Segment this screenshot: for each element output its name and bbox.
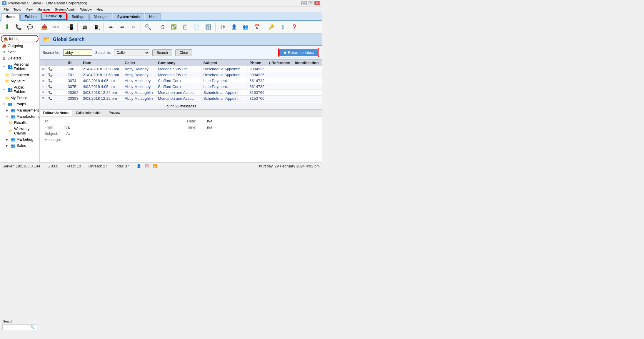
- table-row[interactable]: ✉ 📞 3074 4/02/2018 4:05 pm Abby Mckinney…: [40, 78, 322, 84]
- report-toolbar-button[interactable]: 📋: [180, 22, 191, 32]
- contacts-toolbar-button[interactable]: 👥: [240, 22, 251, 32]
- mobile-toolbar-button[interactable]: 📱▼: [91, 22, 101, 32]
- sidebar-item-recalls[interactable]: 📁 Recalls: [0, 119, 39, 126]
- menu-file[interactable]: File: [1, 7, 11, 12]
- help-toolbar-button[interactable]: ❓: [289, 22, 300, 32]
- sidebar-item-deleted[interactable]: 🗑 Deleted: [0, 55, 39, 61]
- calc-toolbar-button[interactable]: 🔢: [203, 22, 213, 32]
- forward-toolbar-button[interactable]: 📤: [39, 22, 50, 32]
- receive-toolbar-button[interactable]: ⬅: [117, 22, 127, 32]
- col-phone[interactable]: Phone: [248, 60, 267, 66]
- tab-manager[interactable]: Manager: [89, 13, 112, 20]
- row-flag-icon: [60, 90, 66, 96]
- menu-tools[interactable]: Tools: [11, 7, 24, 12]
- tab-settings[interactable]: Settings: [67, 13, 89, 20]
- fax-toolbar-button[interactable]: 📠: [79, 22, 90, 32]
- menu-window[interactable]: Window: [78, 7, 94, 12]
- row-subject: Schedule an Appoint...: [201, 90, 248, 96]
- sales-toggle-icon: ▶: [5, 144, 9, 148]
- tab-followup[interactable]: Follow Up: [41, 12, 66, 20]
- row-flag-icon: [60, 78, 66, 84]
- preview-right: Date: n/a Time: n/a: [181, 119, 317, 160]
- table-row[interactable]: ✉ 📞 700 21/04/2018 11:58 am Abby Delaney…: [40, 66, 322, 72]
- search-in-select[interactable]: Caller Company Subject Phone All: [114, 49, 149, 56]
- col-company[interactable]: Company: [156, 60, 201, 66]
- search-button[interactable]: Search: [152, 49, 172, 56]
- col-subject[interactable]: Subject: [201, 60, 248, 66]
- sidebar-item-inbox[interactable]: 📥 Inbox: [1, 35, 39, 42]
- table-row[interactable]: ✉ 📞 20392 3/03/2018 12:22 pm Abby Mclaug…: [40, 90, 322, 96]
- row-caller: Abby Delaney: [123, 66, 156, 72]
- sidebar-item-sent[interactable]: ⬆ Sent: [0, 49, 39, 55]
- col-icon4: [60, 60, 66, 66]
- public-folders-toggle-icon: ▼: [2, 87, 6, 92]
- check-toolbar-button[interactable]: ✅: [168, 22, 179, 32]
- sidebar-item-personal-folders[interactable]: ▼ 👥 Personal Folders: [0, 61, 39, 72]
- preview-from-field: From: n/a: [44, 125, 181, 129]
- return-to-inbox-button[interactable]: ◀ Return to Inbox: [279, 49, 318, 56]
- status-read: Read: 10: [62, 164, 81, 168]
- maximize-button[interactable]: □: [308, 1, 313, 5]
- user-toolbar-button[interactable]: 👤: [229, 22, 239, 32]
- tab-help[interactable]: Help: [145, 13, 161, 20]
- row-phone: 8153766: [248, 90, 267, 96]
- sidebar-item-my-stuff[interactable]: 📁 My Stuff: [0, 78, 39, 84]
- table-row[interactable]: ✉ 📞 20393 3/03/2018 12:22 pm Abby Mclaug…: [40, 96, 322, 102]
- calendar-toolbar-button[interactable]: 📅: [252, 22, 262, 32]
- phone-toolbar-button[interactable]: 📞: [13, 22, 24, 32]
- send-toolbar-button[interactable]: ➡: [105, 22, 116, 32]
- callback-toolbar-button[interactable]: 📲: [65, 22, 76, 32]
- tab-home[interactable]: Home: [1, 13, 20, 21]
- search-toolbar-button[interactable]: 🔍: [143, 22, 153, 32]
- sidebar-item-marketing[interactable]: ▶ 👥 Marketing: [0, 136, 39, 142]
- sidebar-item-public-folders[interactable]: ▼ 👥 Public Folders: [0, 84, 39, 95]
- menu-manager[interactable]: Manager: [35, 7, 52, 12]
- sidebar-item-groups[interactable]: ▼ 👥 Groups: [0, 101, 39, 107]
- table-row[interactable]: ✉ 📞 701 21/04/2018 11:58 am Abby Delaney…: [40, 72, 322, 78]
- row-phone-icon: 📞: [46, 72, 54, 78]
- tab-sysadmin[interactable]: System Admin: [113, 13, 144, 20]
- row-check-icon: [54, 84, 60, 90]
- sidebar-item-completed[interactable]: 📁 Completed: [0, 72, 39, 78]
- col-caller[interactable]: Caller: [123, 60, 156, 66]
- completed-icon: 📁: [5, 73, 9, 77]
- message-toolbar-button[interactable]: 💬: [25, 22, 35, 32]
- preview-tab-followup[interactable]: Follow Up Notes: [40, 110, 72, 116]
- print-toolbar-button[interactable]: 🖨: [157, 22, 168, 32]
- col-reference[interactable]: ( Reference: [267, 60, 293, 66]
- sidebar-item-manufacturing[interactable]: ▼ 👥 Manufacturing: [0, 113, 39, 119]
- download-toolbar-button[interactable]: ⬇: [2, 22, 12, 32]
- sidebar-item-sales[interactable]: ▶ 👥 Sales: [0, 142, 39, 149]
- tab-folders[interactable]: Folders: [20, 13, 41, 20]
- sidebar-item-my-public[interactable]: 📁 My Public: [0, 95, 39, 101]
- col-id[interactable]: ID: [66, 60, 81, 66]
- results-table-wrapper[interactable]: ID Date Caller Company Subject Phone ( R…: [40, 59, 322, 103]
- menu-view[interactable]: View: [23, 7, 35, 12]
- login-toolbar-button[interactable]: 🔑: [266, 22, 277, 32]
- info-toolbar-button[interactable]: ℹ: [278, 22, 288, 32]
- table-row[interactable]: ✉ 📞 3075 4/02/2018 4:05 pm Abby Mckinney…: [40, 84, 322, 90]
- at-toolbar-button[interactable]: @: [217, 22, 228, 32]
- preview-content: To: From: n/a Subject: n/a Message:: [40, 117, 322, 162]
- row-phone-icon: 📞: [46, 90, 54, 96]
- col-identification[interactable]: Identification: [293, 60, 322, 66]
- window-controls[interactable]: — □ ✕: [301, 1, 320, 5]
- minimize-button[interactable]: —: [301, 1, 307, 5]
- menu-help[interactable]: Help: [94, 7, 106, 12]
- search-for-input[interactable]: [63, 49, 92, 56]
- global-search-header: 📂 Global Search: [40, 34, 322, 46]
- sidebar-item-warranty-claims[interactable]: 📁 Warranty Claims: [0, 126, 39, 136]
- sidebar-item-outgoing[interactable]: 📤 Outgoing: [0, 43, 39, 49]
- preview-tab-preview[interactable]: Preview: [105, 110, 124, 116]
- preview-tab-caller-info[interactable]: Caller Information: [72, 110, 105, 116]
- email-x-toolbar-button[interactable]: ✉✕: [51, 22, 61, 32]
- close-button[interactable]: ✕: [314, 1, 320, 5]
- clear-button[interactable]: Clear: [175, 49, 193, 56]
- sidebar-outgoing-label: Outgoing: [8, 44, 23, 48]
- col-date[interactable]: Date: [81, 60, 123, 66]
- fax2-toolbar-button[interactable]: 📄: [191, 22, 202, 32]
- preview-message-field: Message:: [44, 137, 181, 142]
- sidebar-item-management[interactable]: ▶ 👥 Management: [0, 107, 39, 113]
- emailx2-toolbar-button[interactable]: ✉: [128, 22, 139, 32]
- menu-sysadmin[interactable]: System Admin: [53, 7, 78, 12]
